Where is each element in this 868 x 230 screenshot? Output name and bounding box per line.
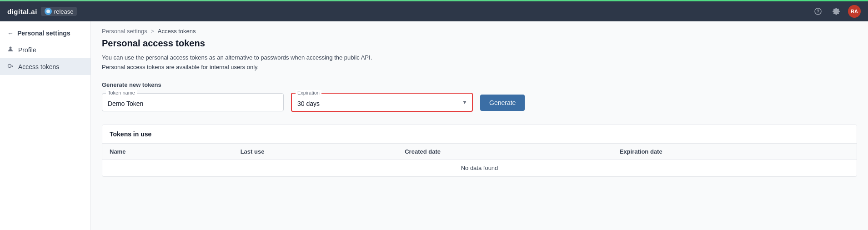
token-name-wrapper: Token name <box>102 93 284 111</box>
no-data-text: No data found <box>102 160 857 176</box>
sidebar-title: Personal settings <box>17 30 70 37</box>
sidebar-item-profile[interactable]: Profile <box>0 41 90 58</box>
topnav-left: digital.ai release <box>7 7 77 16</box>
tokens-section-header: Tokens in use <box>102 125 857 144</box>
description-line-1: You can use the personal access tokens a… <box>102 53 857 63</box>
generate-section-label: Generate new tokens <box>102 81 857 88</box>
brand-logo: digital.ai <box>7 8 37 15</box>
topnav-right: ? RA <box>812 5 861 18</box>
help-button[interactable]: ? <box>812 5 824 18</box>
tokens-in-use-section: Tokens in use Name Last use Created date… <box>102 125 857 177</box>
svg-rect-6 <box>12 66 13 67</box>
page-title: Personal access tokens <box>102 38 857 49</box>
table-header-row: Name Last use Created date Expiration da… <box>102 144 857 160</box>
token-name-label: Token name <box>106 90 137 95</box>
release-icon <box>45 8 52 15</box>
sidebar: ← Personal settings Profile Access token… <box>0 21 91 230</box>
breadcrumb: Personal settings > Access tokens <box>91 21 868 38</box>
breadcrumb-parent-link[interactable]: Personal settings <box>102 28 147 35</box>
svg-point-0 <box>46 10 50 13</box>
expiration-label: Expiration <box>296 90 321 95</box>
content-area: Personal access tokens You can use the p… <box>91 38 868 188</box>
sidebar-item-profile-label: Profile <box>18 46 36 54</box>
expiration-select[interactable]: 30 days 60 days 90 days Never <box>292 94 472 111</box>
sidebar-item-access-tokens-label: Access tokens <box>18 63 59 70</box>
release-badge: release <box>41 7 77 16</box>
table-row: No data found <box>102 160 857 176</box>
main-content: Personal settings > Access tokens Person… <box>91 21 868 230</box>
breadcrumb-current: Access tokens <box>158 28 196 35</box>
col-expiration-date: Expiration date <box>612 144 857 160</box>
brand-name: digital.ai <box>7 8 37 15</box>
main-layout: ← Personal settings Profile Access token… <box>0 21 868 230</box>
release-label: release <box>54 8 74 15</box>
top-navigation: digital.ai release ? RA <box>0 1 868 21</box>
breadcrumb-separator: > <box>151 28 154 35</box>
generate-button[interactable]: Generate <box>480 95 525 111</box>
col-name: Name <box>102 144 233 160</box>
description-block: You can use the personal access tokens a… <box>102 53 857 72</box>
tokens-table: Name Last use Created date Expiration da… <box>102 144 857 176</box>
user-avatar[interactable]: RA <box>848 5 861 18</box>
svg-point-3 <box>10 47 12 49</box>
col-created-date: Created date <box>397 144 612 160</box>
description-line-2: Personal access tokens are available for… <box>102 63 857 72</box>
svg-point-4 <box>8 65 11 68</box>
back-icon: ← <box>7 30 14 37</box>
svg-rect-5 <box>11 66 13 66</box>
token-name-input[interactable] <box>102 94 283 111</box>
expiration-wrapper: Expiration 30 days 60 days 90 days Never… <box>291 93 473 112</box>
settings-button[interactable] <box>830 5 843 18</box>
expiration-field-group: Expiration 30 days 60 days 90 days Never… <box>291 93 473 112</box>
col-last-use: Last use <box>233 144 398 160</box>
profile-icon <box>7 46 14 54</box>
svg-text:?: ? <box>817 9 819 14</box>
sidebar-back-button[interactable]: ← Personal settings <box>0 25 90 41</box>
token-form: Token name Expiration 30 days 60 days 90… <box>102 93 857 112</box>
token-name-field-group: Token name <box>102 93 284 111</box>
access-tokens-icon <box>7 63 14 70</box>
sidebar-item-access-tokens[interactable]: Access tokens <box>0 58 90 75</box>
